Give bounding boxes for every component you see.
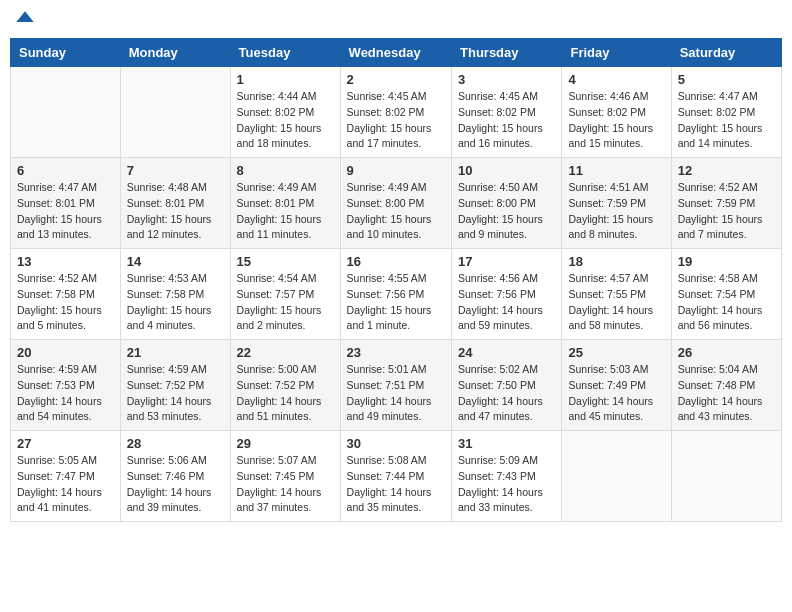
day-detail: Sunrise: 4:58 AMSunset: 7:54 PMDaylight:… xyxy=(678,271,775,334)
day-detail: Sunrise: 4:55 AMSunset: 7:56 PMDaylight:… xyxy=(347,271,445,334)
day-detail: Sunrise: 4:47 AMSunset: 8:02 PMDaylight:… xyxy=(678,89,775,152)
day-number: 15 xyxy=(237,254,334,269)
calendar-cell: 29Sunrise: 5:07 AMSunset: 7:45 PMDayligh… xyxy=(230,431,340,522)
day-detail: Sunrise: 5:04 AMSunset: 7:48 PMDaylight:… xyxy=(678,362,775,425)
calendar-cell xyxy=(671,431,781,522)
calendar-cell: 27Sunrise: 5:05 AMSunset: 7:47 PMDayligh… xyxy=(11,431,121,522)
calendar-cell: 28Sunrise: 5:06 AMSunset: 7:46 PMDayligh… xyxy=(120,431,230,522)
calendar-cell: 20Sunrise: 4:59 AMSunset: 7:53 PMDayligh… xyxy=(11,340,121,431)
day-number: 9 xyxy=(347,163,445,178)
day-number: 12 xyxy=(678,163,775,178)
day-number: 1 xyxy=(237,72,334,87)
day-detail: Sunrise: 4:51 AMSunset: 7:59 PMDaylight:… xyxy=(568,180,664,243)
calendar-cell: 16Sunrise: 4:55 AMSunset: 7:56 PMDayligh… xyxy=(340,249,451,340)
day-number: 8 xyxy=(237,163,334,178)
svg-marker-0 xyxy=(16,11,33,22)
day-detail: Sunrise: 5:02 AMSunset: 7:50 PMDaylight:… xyxy=(458,362,555,425)
weekday-header-sunday: Sunday xyxy=(11,39,121,67)
day-detail: Sunrise: 4:59 AMSunset: 7:53 PMDaylight:… xyxy=(17,362,114,425)
day-number: 26 xyxy=(678,345,775,360)
day-detail: Sunrise: 4:47 AMSunset: 8:01 PMDaylight:… xyxy=(17,180,114,243)
calendar-cell: 11Sunrise: 4:51 AMSunset: 7:59 PMDayligh… xyxy=(562,158,671,249)
day-number: 25 xyxy=(568,345,664,360)
calendar-cell: 17Sunrise: 4:56 AMSunset: 7:56 PMDayligh… xyxy=(452,249,562,340)
day-number: 29 xyxy=(237,436,334,451)
day-number: 2 xyxy=(347,72,445,87)
calendar-cell xyxy=(120,67,230,158)
calendar-cell: 23Sunrise: 5:01 AMSunset: 7:51 PMDayligh… xyxy=(340,340,451,431)
calendar-cell: 10Sunrise: 4:50 AMSunset: 8:00 PMDayligh… xyxy=(452,158,562,249)
day-detail: Sunrise: 4:45 AMSunset: 8:02 PMDaylight:… xyxy=(347,89,445,152)
day-number: 11 xyxy=(568,163,664,178)
day-number: 17 xyxy=(458,254,555,269)
calendar-cell: 7Sunrise: 4:48 AMSunset: 8:01 PMDaylight… xyxy=(120,158,230,249)
day-detail: Sunrise: 5:05 AMSunset: 7:47 PMDaylight:… xyxy=(17,453,114,516)
calendar-cell: 13Sunrise: 4:52 AMSunset: 7:58 PMDayligh… xyxy=(11,249,121,340)
day-detail: Sunrise: 4:57 AMSunset: 7:55 PMDaylight:… xyxy=(568,271,664,334)
calendar-cell: 30Sunrise: 5:08 AMSunset: 7:44 PMDayligh… xyxy=(340,431,451,522)
calendar-cell: 14Sunrise: 4:53 AMSunset: 7:58 PMDayligh… xyxy=(120,249,230,340)
calendar-cell: 1Sunrise: 4:44 AMSunset: 8:02 PMDaylight… xyxy=(230,67,340,158)
calendar-cell: 25Sunrise: 5:03 AMSunset: 7:49 PMDayligh… xyxy=(562,340,671,431)
calendar-cell: 9Sunrise: 4:49 AMSunset: 8:00 PMDaylight… xyxy=(340,158,451,249)
day-detail: Sunrise: 4:52 AMSunset: 7:59 PMDaylight:… xyxy=(678,180,775,243)
day-number: 20 xyxy=(17,345,114,360)
weekday-header-row: SundayMondayTuesdayWednesdayThursdayFrid… xyxy=(11,39,782,67)
weekday-header-thursday: Thursday xyxy=(452,39,562,67)
day-detail: Sunrise: 5:09 AMSunset: 7:43 PMDaylight:… xyxy=(458,453,555,516)
page-header xyxy=(10,10,782,30)
day-detail: Sunrise: 4:49 AMSunset: 8:01 PMDaylight:… xyxy=(237,180,334,243)
weekday-header-wednesday: Wednesday xyxy=(340,39,451,67)
calendar-cell: 21Sunrise: 4:59 AMSunset: 7:52 PMDayligh… xyxy=(120,340,230,431)
calendar-cell: 4Sunrise: 4:46 AMSunset: 8:02 PMDaylight… xyxy=(562,67,671,158)
calendar-cell: 5Sunrise: 4:47 AMSunset: 8:02 PMDaylight… xyxy=(671,67,781,158)
day-number: 4 xyxy=(568,72,664,87)
calendar-cell: 12Sunrise: 4:52 AMSunset: 7:59 PMDayligh… xyxy=(671,158,781,249)
week-row-5: 27Sunrise: 5:05 AMSunset: 7:47 PMDayligh… xyxy=(11,431,782,522)
day-number: 16 xyxy=(347,254,445,269)
day-number: 21 xyxy=(127,345,224,360)
day-number: 31 xyxy=(458,436,555,451)
day-detail: Sunrise: 4:54 AMSunset: 7:57 PMDaylight:… xyxy=(237,271,334,334)
day-number: 30 xyxy=(347,436,445,451)
day-number: 5 xyxy=(678,72,775,87)
day-number: 13 xyxy=(17,254,114,269)
day-detail: Sunrise: 4:46 AMSunset: 8:02 PMDaylight:… xyxy=(568,89,664,152)
calendar-cell: 18Sunrise: 4:57 AMSunset: 7:55 PMDayligh… xyxy=(562,249,671,340)
logo-icon xyxy=(15,10,35,30)
day-number: 6 xyxy=(17,163,114,178)
day-detail: Sunrise: 5:00 AMSunset: 7:52 PMDaylight:… xyxy=(237,362,334,425)
day-number: 10 xyxy=(458,163,555,178)
weekday-header-tuesday: Tuesday xyxy=(230,39,340,67)
day-number: 3 xyxy=(458,72,555,87)
week-row-1: 1Sunrise: 4:44 AMSunset: 8:02 PMDaylight… xyxy=(11,67,782,158)
day-detail: Sunrise: 4:44 AMSunset: 8:02 PMDaylight:… xyxy=(237,89,334,152)
day-detail: Sunrise: 4:50 AMSunset: 8:00 PMDaylight:… xyxy=(458,180,555,243)
calendar-cell: 24Sunrise: 5:02 AMSunset: 7:50 PMDayligh… xyxy=(452,340,562,431)
week-row-2: 6Sunrise: 4:47 AMSunset: 8:01 PMDaylight… xyxy=(11,158,782,249)
calendar-cell xyxy=(11,67,121,158)
calendar-cell: 19Sunrise: 4:58 AMSunset: 7:54 PMDayligh… xyxy=(671,249,781,340)
calendar-cell: 26Sunrise: 5:04 AMSunset: 7:48 PMDayligh… xyxy=(671,340,781,431)
calendar-cell: 8Sunrise: 4:49 AMSunset: 8:01 PMDaylight… xyxy=(230,158,340,249)
day-number: 24 xyxy=(458,345,555,360)
day-detail: Sunrise: 4:59 AMSunset: 7:52 PMDaylight:… xyxy=(127,362,224,425)
calendar-cell: 31Sunrise: 5:09 AMSunset: 7:43 PMDayligh… xyxy=(452,431,562,522)
day-detail: Sunrise: 4:52 AMSunset: 7:58 PMDaylight:… xyxy=(17,271,114,334)
day-number: 18 xyxy=(568,254,664,269)
day-detail: Sunrise: 5:03 AMSunset: 7:49 PMDaylight:… xyxy=(568,362,664,425)
calendar-table: SundayMondayTuesdayWednesdayThursdayFrid… xyxy=(10,38,782,522)
calendar-cell: 15Sunrise: 4:54 AMSunset: 7:57 PMDayligh… xyxy=(230,249,340,340)
day-number: 7 xyxy=(127,163,224,178)
day-detail: Sunrise: 4:49 AMSunset: 8:00 PMDaylight:… xyxy=(347,180,445,243)
day-detail: Sunrise: 4:53 AMSunset: 7:58 PMDaylight:… xyxy=(127,271,224,334)
weekday-header-saturday: Saturday xyxy=(671,39,781,67)
day-number: 22 xyxy=(237,345,334,360)
day-detail: Sunrise: 5:08 AMSunset: 7:44 PMDaylight:… xyxy=(347,453,445,516)
day-number: 23 xyxy=(347,345,445,360)
day-detail: Sunrise: 4:45 AMSunset: 8:02 PMDaylight:… xyxy=(458,89,555,152)
calendar-cell xyxy=(562,431,671,522)
calendar-cell: 6Sunrise: 4:47 AMSunset: 8:01 PMDaylight… xyxy=(11,158,121,249)
day-number: 28 xyxy=(127,436,224,451)
week-row-4: 20Sunrise: 4:59 AMSunset: 7:53 PMDayligh… xyxy=(11,340,782,431)
